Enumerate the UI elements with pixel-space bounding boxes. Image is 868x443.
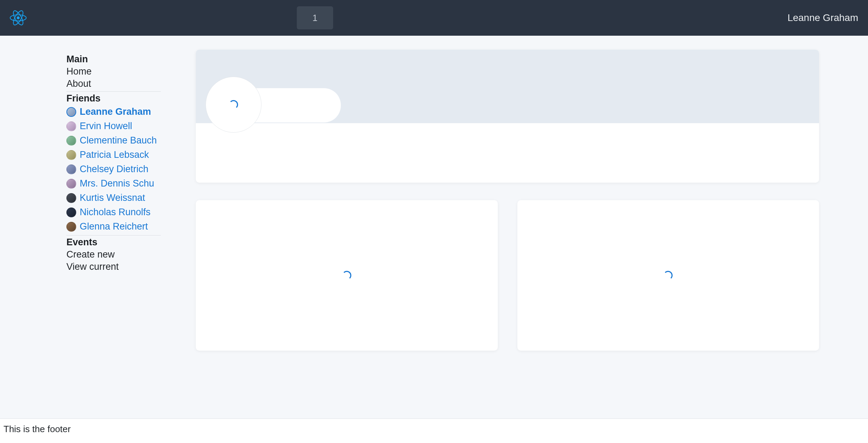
avatar-icon: [66, 208, 76, 217]
content-card-left: [196, 200, 498, 351]
footer-text: This is the footer: [3, 424, 71, 434]
sidebar-friend-patricia-lebsack[interactable]: Patricia Lebsack: [66, 148, 161, 162]
sidebar-friend-label: Ervin Howell: [80, 121, 132, 132]
sidebar-link-create-new[interactable]: Create new: [66, 248, 161, 261]
profile-picture: [206, 77, 261, 133]
spinner-icon: [342, 271, 351, 280]
sidebar-link-about[interactable]: About: [66, 78, 161, 90]
sidebar-link-home[interactable]: Home: [66, 65, 161, 78]
spinner-icon: [229, 100, 238, 109]
search-input[interactable]: [297, 6, 333, 29]
avatar-icon: [66, 150, 76, 160]
sidebar-friend-clementine-bauch[interactable]: Clementine Bauch: [66, 133, 161, 148]
react-logo-icon: [10, 9, 27, 26]
sidebar-friend-kurtis-weissnat[interactable]: Kurtis Weissnat: [66, 191, 161, 205]
footer: This is the footer: [0, 419, 868, 443]
cards-row: [196, 200, 819, 351]
sidebar-heading-events: Events: [66, 236, 161, 248]
sidebar-friend-label: Clementine Bauch: [80, 135, 157, 146]
avatar-icon: [66, 222, 76, 232]
sidebar-friend-nicholas-runolfs[interactable]: Nicholas Runolfs: [66, 205, 161, 219]
sidebar-section-main: Main Home About: [66, 53, 161, 92]
sidebar-friend-glenna-reichert[interactable]: Glenna Reichert: [66, 219, 161, 234]
profile-card: [196, 50, 819, 183]
sidebar-friend-label: Chelsey Dietrich: [80, 164, 149, 175]
avatar-icon: [66, 193, 76, 203]
sidebar-section-friends: Friends Leanne Graham Ervin Howell Cleme…: [66, 92, 161, 235]
sidebar-heading-main: Main: [66, 53, 161, 65]
spinner-icon: [663, 271, 673, 280]
sidebar-link-view-current[interactable]: View current: [66, 261, 161, 273]
avatar-icon: [66, 164, 76, 174]
top-bar: Leanne Graham: [0, 0, 868, 36]
sidebar-friend-leanne-graham[interactable]: Leanne Graham: [66, 105, 161, 119]
avatar-icon: [66, 179, 76, 189]
svg-point-0: [17, 16, 20, 20]
avatar-icon: [66, 107, 76, 117]
sidebar-friend-ervin-howell[interactable]: Ervin Howell: [66, 119, 161, 133]
sidebar-friend-chelsey-dietrich[interactable]: Chelsey Dietrich: [66, 162, 161, 176]
sidebar-friend-label: Leanne Graham: [80, 106, 151, 117]
sidebar-friend-label: Patricia Lebsack: [80, 149, 149, 160]
content-wrap: Main Home About Friends Leanne Graham Er…: [0, 36, 868, 419]
avatar-icon: [66, 121, 76, 131]
sidebar-heading-friends: Friends: [66, 92, 161, 105]
sidebar-friend-label: Glenna Reichert: [80, 221, 148, 232]
current-user-name[interactable]: Leanne Graham: [788, 12, 858, 23]
search-wrap: [297, 6, 333, 29]
sidebar-friend-label: Nicholas Runolfs: [80, 207, 151, 218]
content-card-right: [517, 200, 819, 351]
avatar-icon: [66, 136, 76, 146]
sidebar-section-events: Events Create new View current: [66, 236, 161, 273]
sidebar-friend-label: Kurtis Weissnat: [80, 192, 145, 203]
sidebar-friend-label: Mrs. Dennis Schu: [80, 178, 154, 189]
sidebar: Main Home About Friends Leanne Graham Er…: [49, 50, 161, 273]
main-column: [196, 50, 819, 351]
profile-body: [196, 123, 819, 183]
sidebar-friend-dennis-schu[interactable]: Mrs. Dennis Schu: [66, 176, 161, 191]
